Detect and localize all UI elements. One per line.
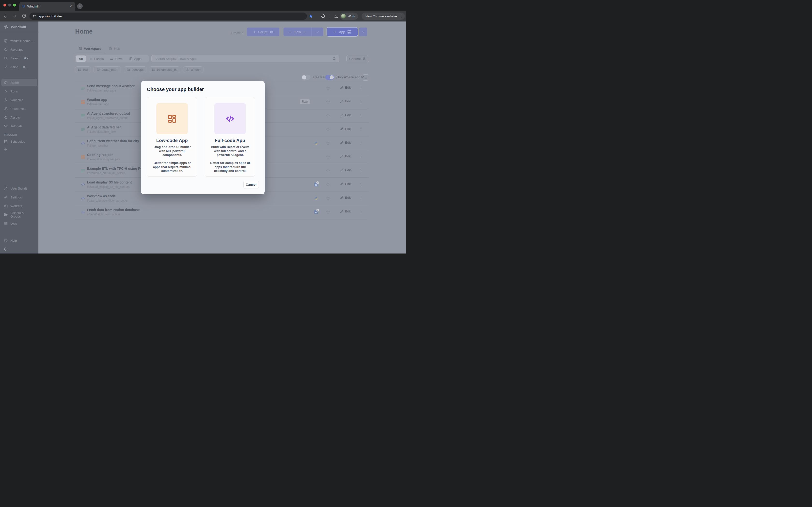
minimize-window-button[interactable] (8, 4, 11, 6)
row-menu-icon[interactable] (358, 169, 362, 173)
sidebar-item-logs[interactable]: Logs (1, 219, 37, 227)
favorite-star-icon[interactable] (326, 113, 330, 118)
filter-pill-flows[interactable]: Flows (107, 56, 126, 62)
tree-view-toggle[interactable] (302, 75, 311, 80)
sidebar-item-variables[interactable]: Variables (1, 96, 37, 104)
browser-tab[interactable]: Windmill ✕ (19, 2, 75, 11)
browser-tab-strip: Windmill ✕ + (0, 0, 406, 11)
table-row[interactable]: Fetch data from Notion databaseu/henri/f… (75, 205, 369, 219)
flow-dropdown-button[interactable] (314, 27, 322, 36)
folder-chip-f-data-team[interactable]: f/data_team (94, 66, 121, 73)
extensions-icon[interactable] (321, 14, 325, 18)
favorite-star-icon[interactable] (326, 169, 330, 173)
row-menu-icon[interactable] (358, 155, 362, 159)
filter-pill-scripts[interactable]: Scripts (87, 56, 107, 62)
only-mine-toggle[interactable] (325, 75, 334, 80)
plus-icon (334, 30, 337, 34)
edit-button[interactable]: Edit (340, 113, 351, 117)
reload-icon[interactable] (22, 14, 26, 18)
edit-button[interactable]: Edit (340, 100, 351, 103)
sidebar-item-tutorials[interactable]: Tutorials (1, 122, 37, 130)
search-box[interactable] (151, 55, 339, 62)
tab-workspace[interactable]: Workspace (79, 47, 101, 50)
sidebar-item-ask-ai[interactable]: Ask AI⌘L (1, 63, 37, 71)
forward-icon[interactable] (12, 14, 17, 18)
sidebar-item-favorites[interactable]: Favorites (1, 46, 37, 53)
sidebar-item-help[interactable]: Help (1, 237, 37, 244)
row-menu-icon[interactable] (358, 182, 362, 187)
edit-button[interactable]: Edit (340, 127, 351, 131)
create-script-button[interactable]: Script (247, 27, 280, 36)
favorite-star-icon[interactable] (326, 196, 330, 201)
sidebar-item-windmill-demo[interactable]: windmill-demo-... (1, 37, 37, 45)
cancel-button[interactable]: Cancel (243, 181, 259, 188)
sidebar-item-assets[interactable]: Assets (1, 113, 37, 121)
chip-label: f/examples_etl (157, 68, 177, 71)
active-tab-underline (75, 53, 105, 53)
edit-button[interactable]: Edit (340, 196, 351, 200)
edit-button[interactable]: Edit (340, 141, 351, 145)
bookmark-star-icon[interactable] (309, 14, 313, 18)
tab-hub[interactable]: Hub (108, 47, 120, 50)
search-input[interactable] (154, 57, 332, 61)
favorite-star-icon[interactable] (326, 182, 330, 187)
close-tab-icon[interactable]: ✕ (69, 4, 73, 9)
address-bar[interactable]: app.windmill.dev (30, 12, 307, 20)
browser-menu-icon[interactable] (399, 14, 403, 18)
zoom-window-button[interactable] (13, 4, 16, 6)
sidebar-item-runs[interactable]: Runs (1, 88, 37, 95)
row-menu-icon[interactable] (358, 86, 362, 90)
new-tab-button[interactable]: + (77, 3, 83, 9)
row-menu-icon[interactable] (358, 127, 362, 131)
sidebar-add-button[interactable] (2, 146, 9, 153)
collapse-sidebar-button[interactable] (3, 246, 8, 252)
row-menu-icon[interactable] (358, 113, 362, 118)
profile-chip[interactable]: Work (340, 12, 358, 20)
folder-chip-f-all[interactable]: f/all (75, 66, 91, 73)
favorite-star-icon[interactable] (326, 141, 330, 145)
update-chrome-button[interactable]: New Chrome available (361, 12, 405, 20)
content-search-button[interactable]: Content (346, 55, 369, 62)
sidebar-item-search[interactable]: Search⌘k (1, 54, 37, 62)
building-icon (4, 39, 8, 43)
favorite-star-icon[interactable] (326, 155, 330, 159)
windmill-brand[interactable]: Windmill (4, 24, 26, 30)
create-flow-button[interactable]: Flow (285, 27, 310, 36)
app-dropdown-button[interactable] (359, 27, 367, 36)
favorite-star-icon[interactable] (326, 86, 330, 90)
sidebar-item-resources[interactable]: Resources (1, 105, 37, 113)
sidebar-item-schedules[interactable]: Schedules (1, 137, 37, 145)
edit-button[interactable]: Edit (340, 210, 351, 213)
download-icon[interactable] (334, 14, 338, 18)
favorite-star-icon[interactable] (326, 100, 330, 104)
row-menu-icon[interactable] (358, 100, 362, 104)
folder-chip-u-henri[interactable]: u/henri (183, 66, 203, 73)
create-app-button[interactable]: App (327, 27, 358, 36)
close-window-button[interactable] (3, 4, 6, 6)
folder-chip-f-examples-etl[interactable]: f/examples_etl (149, 66, 180, 73)
edit-button[interactable]: Edit (340, 86, 351, 89)
full-code-app-option[interactable]: Full-code App Build with React or Svelte… (205, 97, 255, 177)
filter-pill-apps[interactable]: Apps (126, 56, 144, 62)
sidebar-item-workers[interactable]: Workers (1, 202, 37, 210)
row-menu-icon[interactable] (358, 210, 362, 214)
folder-chip-f-devops[interactable]: f/devops (124, 66, 146, 73)
filter-pill-all[interactable]: All (75, 56, 86, 62)
sidebar-item-settings[interactable]: Settings (1, 193, 37, 201)
filter-settings-button[interactable] (363, 74, 369, 80)
favorite-star-icon[interactable] (326, 210, 330, 214)
low-code-tile (156, 103, 188, 134)
sidebar-item-user-henri[interactable]: User (henri) (1, 184, 37, 192)
row-menu-icon[interactable] (358, 141, 362, 145)
site-settings-icon[interactable] (33, 14, 36, 18)
row-menu-icon[interactable] (358, 196, 362, 201)
shortcut-label: ⌘L (22, 65, 28, 69)
back-icon[interactable] (3, 14, 8, 18)
edit-button[interactable]: Edit (340, 155, 351, 158)
edit-button[interactable]: Edit (340, 182, 351, 186)
only-mine-label: Only u/henri and f/* (337, 75, 364, 79)
edit-button[interactable]: Edit (340, 168, 351, 172)
sidebar-item-folders-groups[interactable]: Folders & Groups (1, 211, 37, 219)
favorite-star-icon[interactable] (326, 127, 330, 131)
low-code-app-option[interactable]: Low-code App Drag-and-drop UI builder wi… (147, 97, 197, 177)
